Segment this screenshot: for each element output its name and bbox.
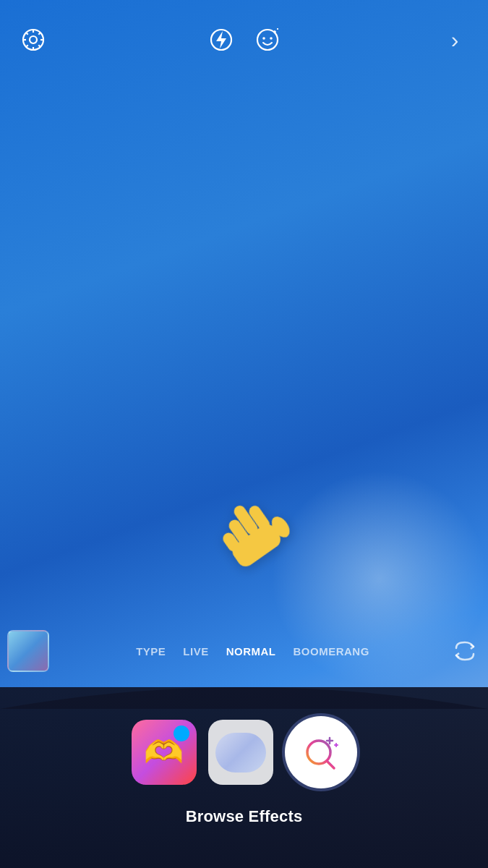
flip-camera-button[interactable] [449,635,481,667]
svg-line-26 [327,761,334,768]
gallery-thumbnail[interactable] [7,630,49,672]
svg-line-6 [26,33,28,35]
svg-marker-11 [216,31,226,48]
bottom-panel: TYPE LIVE NORMAL BOOMERANG 🫶 [0,629,488,868]
next-button[interactable]: › [439,24,471,56]
hand-cursor-emoji [210,482,311,596]
mode-normal[interactable]: NORMAL [221,642,282,660]
effects-face-button[interactable] [252,24,283,56]
camera-view: › [0,0,488,868]
top-bar: › [0,0,488,65]
mode-live[interactable]: LIVE [177,642,214,660]
effects-row: 🫶 [0,709,488,796]
svg-line-7 [38,45,40,47]
flash-button[interactable] [205,24,237,56]
svg-line-9 [26,45,28,47]
top-center [205,24,283,56]
svg-point-14 [270,37,273,40]
svg-line-8 [38,33,40,35]
browse-effects-button[interactable] [285,716,357,788]
svg-point-13 [262,37,265,40]
svg-point-1 [30,36,37,43]
mode-boomerang[interactable]: BOOMERANG [288,642,375,660]
settings-button[interactable] [17,24,49,56]
effect-item-cloud[interactable] [208,720,273,785]
effect-item-hearts[interactable]: 🫶 [132,720,197,785]
effects-section: 🫶 [0,687,488,868]
mode-items: TYPE LIVE NORMAL BOOMERANG [56,642,449,660]
mode-bar: TYPE LIVE NORMAL BOOMERANG [0,629,488,673]
mode-type[interactable]: TYPE [130,642,171,660]
browse-effects-label: Browse Effects [186,807,303,826]
